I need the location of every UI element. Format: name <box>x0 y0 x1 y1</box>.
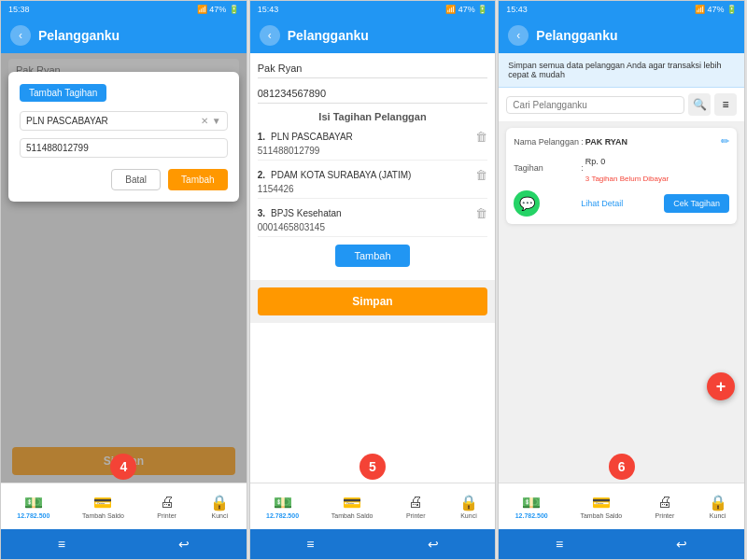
nav-printer-5[interactable]: 🖨 Printer <box>405 494 426 519</box>
detail-link-6[interactable]: Lihat Detail <box>545 199 658 208</box>
kunci-label-6: Kunci <box>710 512 726 519</box>
printer-icon-4: 🖨 <box>157 494 177 511</box>
tambah-button-5[interactable]: Tambah <box>335 245 409 267</box>
service-select-row: PLN PASCABAYAR ✕ ▼ <box>20 111 228 131</box>
back-button-4[interactable]: ‹ <box>10 25 31 46</box>
tambah-saldo-label-6: Tambah Saldo <box>580 512 622 519</box>
printer-label-6: Printer <box>655 512 675 519</box>
whatsapp-icon: 💬 <box>519 196 535 211</box>
list-item-2: 2. PDAM KOTA SURABAYA (JATIM) 🗑 1154426 <box>258 168 488 199</box>
simpan-button-5[interactable]: Simpan <box>258 287 488 315</box>
service-value: PLN PASCABAYAR <box>26 116 201 126</box>
number-input-4[interactable]: 511488012799 <box>20 138 228 158</box>
search-row-6: 🔍 ≡ <box>499 88 744 122</box>
bottom-nav-6: 💵 12.782.500 💳 Tambah Saldo 🖨 Printer 🔒 … <box>499 483 744 529</box>
tambah-tagihan-button[interactable]: Tambah Tagihan <box>20 84 106 102</box>
item-num-2: 2. <box>258 170 265 180</box>
back-button-5[interactable]: ‹ <box>260 25 280 46</box>
simpan-section-5: Simpan <box>250 280 496 323</box>
action-row-6: 💬 Lihat Detail Cek Tagihan <box>514 190 729 217</box>
nav-printer-6[interactable]: 🖨 Printer <box>655 494 675 519</box>
nav-balance-5[interactable]: 💵 12.782.500 <box>266 494 299 519</box>
delete-btn-3[interactable]: 🗑 <box>475 206 487 220</box>
header-title-6: Pelangganku <box>536 28 617 43</box>
list-item-3: 3. BPJS Kesehatan 🗑 0001465803145 <box>258 206 488 237</box>
item-num-1: 1. <box>258 132 265 142</box>
select-icons: ✕ ▼ <box>201 116 221 126</box>
fab-button-6[interactable]: + <box>707 372 735 400</box>
item-number-3: 0001465803145 <box>258 222 488 237</box>
customer-card-6: Nama Pelanggan : PAK RYAN ✏ Tagihan : Rp… <box>506 128 737 224</box>
header-4: ‹ Pelangganku <box>1 18 247 53</box>
list-item-1: 1. PLN PASCABAYAR 🗑 511488012799 <box>258 130 488 161</box>
edit-button-6[interactable]: ✏ <box>721 135 729 147</box>
printer-label-5: Printer <box>406 512 426 519</box>
whatsapp-button-6[interactable]: 💬 <box>514 190 540 217</box>
delete-btn-1[interactable]: 🗑 <box>475 130 487 144</box>
nav-tambah-saldo-5[interactable]: 💳 Tambah Saldo <box>331 494 374 519</box>
tambah-saldo-label-4: Tambah Saldo <box>82 512 124 519</box>
tambah-button[interactable]: Tambah <box>168 169 228 190</box>
batal-button[interactable]: Batal <box>111 169 161 190</box>
screen-5: 15:43 📶 47% 🔋 ‹ Pelangganku Pak Ryan 081… <box>249 0 497 560</box>
balance-icon-4: 💵 <box>23 494 44 511</box>
step-badge-6: 6 <box>609 454 635 480</box>
intro-box-6: Simpan semua data pelanggan Anda agar tr… <box>499 53 744 88</box>
section-title-5: Isi Tagihan Pelanggan <box>258 111 488 122</box>
nav-kunci-5[interactable]: 🔒 Kunci <box>458 494 479 519</box>
status-bar-4: 15:38 📶 47% 🔋 <box>1 1 247 18</box>
search-button-6[interactable]: 🔍 <box>688 93 711 116</box>
status-icons-5: 📶 47% 🔋 <box>445 5 487 14</box>
back-btn-5[interactable]: ↩ <box>428 537 439 552</box>
back-btn-6[interactable]: ↩ <box>676 537 687 552</box>
nav-kunci-4[interactable]: 🔒 Kunci <box>209 494 230 519</box>
nav-tambah-saldo-6[interactable]: 💳 Tambah Saldo <box>580 494 622 519</box>
menu-btn-5[interactable]: ≡ <box>306 537 314 552</box>
customer-name-5[interactable]: Pak Ryan <box>258 59 488 78</box>
status-icons-4: 📶 47% 🔋 <box>197 5 239 14</box>
screen4-body: Pak Ryan Tambah Tagihan PLN PASCABAYAR ✕… <box>1 53 247 483</box>
filter-button-6[interactable]: ≡ <box>714 93 737 116</box>
action-bar-5: ≡ ↩ <box>250 529 496 559</box>
item-number-1: 511488012799 <box>258 146 488 161</box>
status-bar-5: 15:43 📶 47% 🔋 <box>250 1 496 18</box>
menu-btn-6[interactable]: ≡ <box>556 537 563 552</box>
item-num-3: 3. <box>258 208 265 218</box>
tagihan-value-6: Rp. 0 <box>585 157 606 166</box>
name-label-6: Nama Pelanggan <box>514 137 579 147</box>
printer-icon-6: 🖨 <box>655 494 675 511</box>
step-badge-5: 5 <box>359 454 386 480</box>
back-button-6[interactable]: ‹ <box>508 25 529 46</box>
kunci-label-5: Kunci <box>460 512 477 519</box>
kunci-icon-4: 🔒 <box>209 494 230 511</box>
tambah-row-5: Tambah <box>258 245 488 267</box>
phone-5[interactable]: 081234567890 <box>258 84 488 104</box>
search-input-6[interactable] <box>506 96 684 114</box>
item-name-2: PDAM KOTA SURABAYA (JATIM) <box>271 170 470 180</box>
step-badge-4: 4 <box>110 454 136 480</box>
dropdown-icon[interactable]: ▼ <box>212 116 221 126</box>
nav-balance-4[interactable]: 💵 12.782.500 <box>17 494 49 519</box>
clear-icon[interactable]: ✕ <box>201 116 208 126</box>
printer-label-4: Printer <box>157 512 176 519</box>
menu-btn-4[interactable]: ≡ <box>58 537 65 552</box>
nav-balance-6[interactable]: 💵 12.782.500 <box>515 494 548 519</box>
nav-tambah-saldo-4[interactable]: 💳 Tambah Saldo <box>82 494 124 519</box>
tambah-saldo-label-5: Tambah Saldo <box>331 512 374 519</box>
cek-tagihan-button-6[interactable]: Cek Tagihan <box>664 194 729 213</box>
tambah-saldo-icon-4: 💳 <box>92 494 113 511</box>
screen-4: 15:38 📶 47% 🔋 ‹ Pelangganku Pak Ryan Tam… <box>0 0 247 560</box>
tambah-saldo-icon-6: 💳 <box>591 494 612 511</box>
balance-value-5: 12.782.500 <box>266 512 299 519</box>
time-4: 15:38 <box>8 5 30 14</box>
time-6: 15:43 <box>506 5 528 14</box>
printer-icon-5: 🖨 <box>405 494 426 511</box>
tagihan-row-6: Tagihan : Rp. 0 3 Tagihan Belum Dibayar <box>514 151 729 185</box>
header-6: ‹ Pelangganku <box>499 18 744 53</box>
kunci-icon-6: 🔒 <box>708 494 728 511</box>
delete-btn-2[interactable]: 🗑 <box>475 168 487 182</box>
nav-printer-4[interactable]: 🖨 Printer <box>157 494 177 519</box>
back-btn-4[interactable]: ↩ <box>178 537 190 552</box>
nav-kunci-6[interactable]: 🔒 Kunci <box>708 494 728 519</box>
screen6-body: Simpan semua data pelanggan Anda agar tr… <box>499 53 744 483</box>
